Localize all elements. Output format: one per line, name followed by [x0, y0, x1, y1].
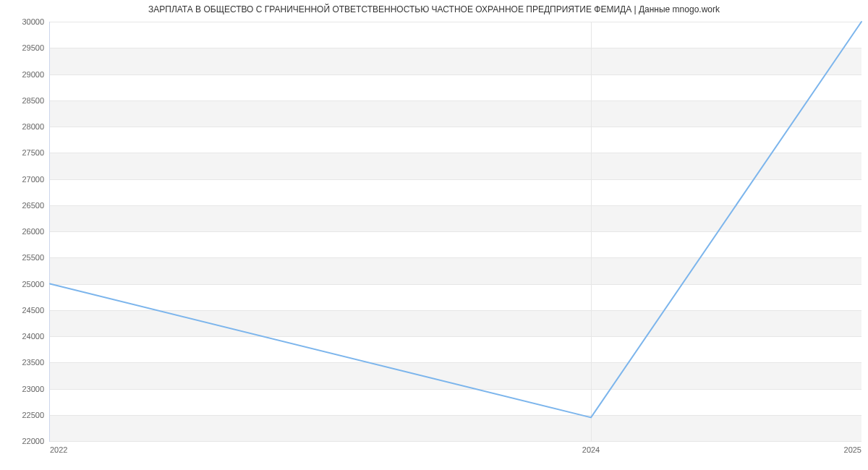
y-tick-label: 22500: [22, 411, 44, 419]
y-tick-label: 22000: [22, 437, 44, 445]
y-tick-label: 27000: [22, 175, 44, 184]
y-tick-label: 23000: [22, 385, 44, 393]
y-tick-label: 25000: [22, 280, 44, 289]
y-tick-label: 23500: [22, 358, 44, 367]
chart-title: ЗАРПЛАТА В ОБЩЕСТВО С ГРАНИЧЕННОЙ ОТВЕТС…: [0, 4, 868, 14]
x-tick-label: 2022: [50, 445, 67, 454]
y-tick-label: 30000: [22, 17, 44, 26]
y-tick-label: 26000: [22, 227, 44, 236]
y-tick-label: 28500: [22, 96, 44, 105]
y-tick-label: 25500: [22, 253, 44, 262]
x-tick-label: 2025: [844, 445, 861, 454]
y-tick-label: 28000: [22, 122, 44, 131]
y-tick-label: 26500: [22, 201, 44, 210]
y-tick-label: 29500: [22, 43, 44, 52]
y-tick-label: 24000: [22, 332, 44, 341]
line-series: [50, 22, 861, 441]
y-tick-label: 29000: [22, 70, 44, 79]
y-tick-label: 24500: [22, 306, 44, 315]
y-gridline: [50, 441, 861, 442]
y-tick-label: 27500: [22, 148, 44, 157]
x-tick-label: 2024: [582, 445, 600, 454]
plot-area: 2200022500230002350024000245002500025500…: [49, 22, 861, 442]
chart-container: ЗАРПЛАТА В ОБЩЕСТВО С ГРАНИЧЕННОЙ ОТВЕТС…: [0, 0, 868, 470]
